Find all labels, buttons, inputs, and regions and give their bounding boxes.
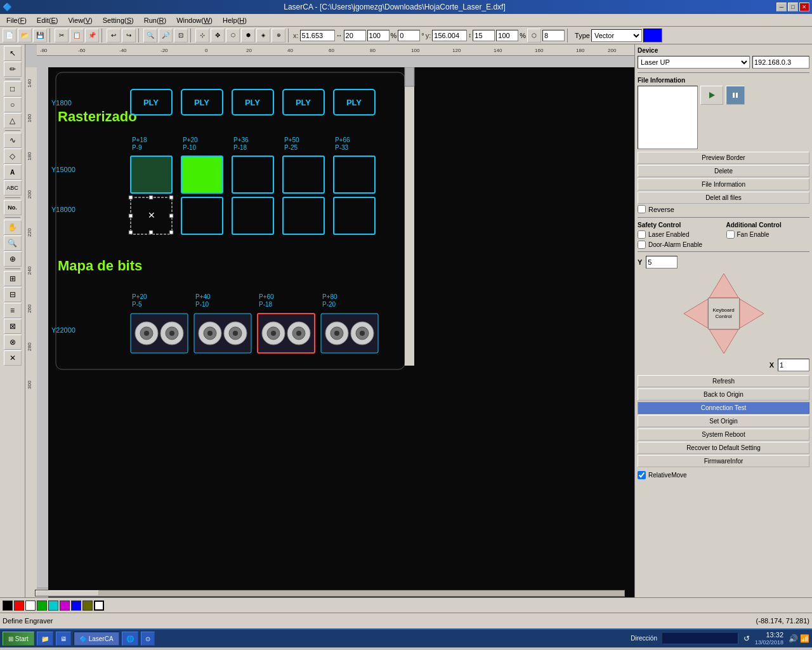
shape-icon[interactable]: ⬡ — [527, 29, 541, 43]
reverse-checkbox[interactable] — [638, 205, 646, 213]
lt-btn-13[interactable]: ⊞ — [4, 271, 22, 286]
color-green[interactable] — [37, 600, 47, 611]
device-select[interactable]: Laser UP — [638, 56, 750, 69]
nav-down-button[interactable] — [708, 328, 740, 355]
lt-btn-16[interactable]: ⊠ — [4, 319, 22, 334]
number-tool[interactable]: No. — [4, 200, 22, 215]
zoom-fit-button[interactable]: ⊡ — [174, 29, 188, 43]
close-path-tool[interactable]: ✕ — [4, 350, 22, 366]
lt-btn-17[interactable]: ⊗ — [4, 335, 22, 350]
speaker-icon[interactable]: 🔊 — [789, 634, 798, 643]
dir-input[interactable] — [662, 633, 738, 644]
color-black[interactable] — [3, 600, 13, 611]
minimize-button[interactable]: ─ — [776, 3, 787, 11]
door-alarm-checkbox[interactable] — [638, 241, 646, 249]
redo-button[interactable]: ↪ — [122, 29, 136, 43]
keyboard-control-center[interactable]: KeyboardControl — [708, 298, 740, 329]
lt-btn-15[interactable]: ≡ — [4, 303, 22, 318]
color-red[interactable] — [14, 600, 24, 611]
y-move-input[interactable] — [646, 256, 678, 269]
preview-border-button[interactable]: Preview Border — [638, 152, 809, 164]
fan-enable-checkbox[interactable] — [726, 230, 735, 239]
crosshair-tool[interactable]: ⊕ — [4, 251, 22, 267]
play-button[interactable] — [700, 86, 723, 105]
save-button[interactable]: 💾 — [33, 29, 47, 43]
delete-all-button[interactable]: Delet all files — [638, 192, 809, 204]
system-reboot-button[interactable]: System Reboot — [638, 428, 809, 441]
back-to-origin-button[interactable]: Back to Origin — [638, 388, 809, 401]
menu-run[interactable]: Run(R) — [139, 15, 171, 25]
menu-setting[interactable]: Setting(S) — [98, 15, 139, 25]
bezier-tool[interactable]: ∿ — [4, 133, 22, 148]
color-swatch-btn[interactable] — [643, 29, 662, 43]
scale-y-input[interactable] — [496, 30, 518, 41]
select-button[interactable]: ⊹ — [195, 29, 209, 43]
canvas-content[interactable]: Rasterizado Y1800 PLY PLY PLY — [48, 67, 634, 597]
move-button[interactable]: ✥ — [211, 29, 225, 43]
open-button[interactable]: 📂 — [18, 29, 32, 43]
tb-btn-7[interactable]: ◈ — [256, 29, 270, 43]
menu-view[interactable]: View(V) — [63, 15, 97, 25]
node-tool[interactable]: ◇ — [4, 149, 22, 164]
ip-address-input[interactable] — [752, 56, 809, 69]
height-input[interactable] — [473, 30, 495, 41]
taskbar-btn-chrome[interactable]: ⊙ — [141, 632, 155, 646]
menu-file[interactable]: File(F) — [1, 15, 32, 25]
rect-tool[interactable]: □ — [4, 81, 22, 96]
start-button[interactable]: ⊞ Start — [3, 632, 34, 646]
sides-input[interactable] — [542, 30, 565, 41]
tb-btn-5[interactable]: ⬡ — [226, 29, 240, 43]
set-origin-button[interactable]: Set Origin — [638, 415, 809, 427]
lt-btn-14[interactable]: ⊟ — [4, 287, 22, 302]
horizontal-scrollbar[interactable]: ◀ ▶ — [25, 588, 634, 597]
tb-btn-6[interactable]: ⬢ — [241, 29, 255, 43]
scale-x-input[interactable] — [367, 30, 390, 41]
zoom-tool[interactable]: 🔍 — [4, 235, 22, 251]
angle-input[interactable] — [398, 30, 420, 41]
recover-default-button[interactable]: Recover to Default Setting — [638, 442, 809, 454]
color-magenta[interactable] — [60, 600, 70, 611]
taskbar-btn-2[interactable]: 🖥 — [56, 632, 71, 646]
close-button[interactable]: ✕ — [799, 3, 809, 11]
delete-button[interactable]: Delete — [638, 165, 809, 177]
width-input[interactable] — [344, 30, 366, 41]
pan-tool[interactable]: ✋ — [4, 220, 22, 235]
new-button[interactable]: 📄 — [3, 29, 16, 43]
nav-left-button[interactable] — [683, 298, 709, 329]
copy-button[interactable]: 📋 — [70, 29, 84, 43]
connection-test-button[interactable]: Connection Test — [638, 402, 809, 414]
menu-edit[interactable]: Edit(E) — [32, 15, 63, 25]
text-tool[interactable]: A — [4, 164, 22, 180]
tb-btn-8[interactable]: ⊕ — [272, 29, 285, 43]
menu-window[interactable]: Window(W) — [171, 15, 218, 25]
scroll-thumb-h[interactable] — [36, 590, 99, 596]
type-select[interactable]: Vector Raster — [591, 29, 642, 42]
file-information-button[interactable]: File Information — [638, 178, 809, 190]
firmware-info-button[interactable]: FirmwareInfor — [638, 455, 809, 467]
color-outline[interactable] — [94, 600, 104, 611]
color-white[interactable] — [25, 600, 36, 611]
laser-enabled-checkbox[interactable] — [638, 230, 646, 239]
draw-tool[interactable]: ✏ — [4, 62, 22, 77]
cut-button[interactable]: ✂ — [55, 29, 69, 43]
maximize-button[interactable]: □ — [788, 3, 798, 11]
x-coord-input[interactable] — [300, 30, 335, 41]
undo-button[interactable]: ↩ — [107, 29, 121, 43]
scroll-track-h[interactable] — [35, 590, 625, 597]
y-coord-input[interactable] — [432, 30, 467, 41]
x-move-input[interactable] — [778, 359, 809, 371]
taskbar-btn-1[interactable]: 📁 — [37, 632, 53, 646]
nav-up-button[interactable] — [708, 272, 740, 299]
refresh-button[interactable]: Refresh — [638, 375, 809, 387]
relative-move-checkbox[interactable] — [638, 471, 646, 479]
arrow-tool[interactable]: ↖ — [4, 46, 22, 61]
network-icon[interactable]: 📶 — [800, 634, 809, 643]
zoom-in-button[interactable]: 🔍 — [143, 29, 157, 43]
color-olive[interactable] — [82, 600, 93, 611]
taskbar-btn-laserCA[interactable]: 🔷 LaserCA — [74, 632, 119, 646]
menu-help[interactable]: Help(H) — [218, 15, 252, 25]
color-cyan[interactable] — [48, 600, 58, 611]
ellipse-tool[interactable]: ○ — [4, 97, 22, 112]
nav-right-button[interactable] — [738, 298, 765, 329]
paste-button[interactable]: 📌 — [85, 29, 99, 43]
